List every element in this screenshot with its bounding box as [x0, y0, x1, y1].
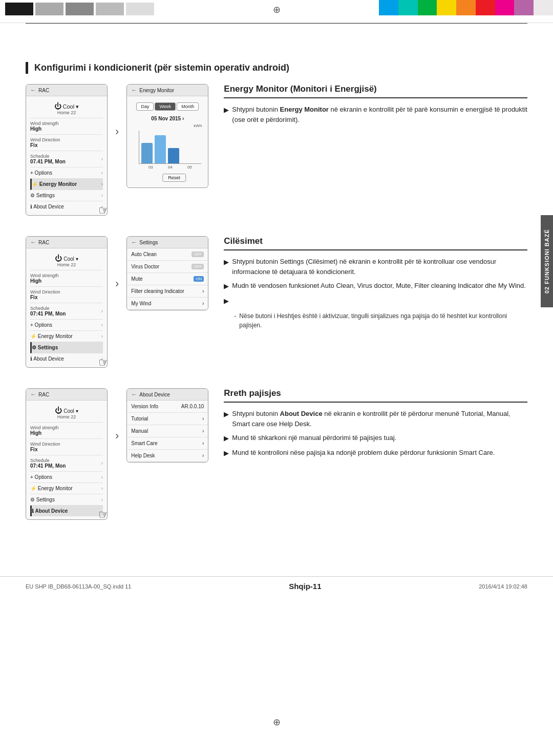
- about-header: ← About Device: [127, 389, 208, 401]
- arrow-1: ›: [113, 125, 121, 138]
- options-chevron-1: ›: [101, 170, 103, 176]
- bullet-arrow-1: ▶: [224, 105, 229, 124]
- opts-chev-3: ›: [101, 474, 103, 480]
- wind-dir-row-3: Wind Direction Fix: [30, 439, 103, 455]
- energy-bullet-text-1: Shtypni butonin Energy Monitor në ekrani…: [232, 104, 527, 124]
- settings-title: Settings: [139, 240, 158, 245]
- opts-row-3: + Options ›: [30, 472, 103, 483]
- sched-val-2: 07:41 PM, Mon: [30, 311, 66, 317]
- energy-title: Energy Monitor: [139, 88, 174, 93]
- reset-button[interactable]: Reset: [162, 174, 186, 182]
- settings-bullet-text-2: Mudn të vendosen funksionet Auto Clean, …: [232, 281, 526, 291]
- phone-rac-screen-1: ← RAC ⏻ Cool ▾ Home 22: [26, 84, 108, 216]
- sched-value-1: 07.41 PM, Mon: [30, 159, 66, 164]
- auto-clean-row: Auto Clean OFF: [127, 248, 208, 261]
- rac-label-1: RAC: [38, 88, 49, 93]
- page-footer: EU SHP IB_DB68-06113A-00_SQ.indd 11 Shqi…: [0, 576, 553, 596]
- bar-1: [141, 143, 153, 163]
- about-bullet-text-2: Mund të shkarkoni një manual përdorimi t…: [232, 433, 396, 444]
- back-arrow-3: ←: [30, 391, 36, 398]
- settings-chev-3: ›: [101, 497, 103, 502]
- energy-header: ← Energy Monitor: [127, 85, 208, 96]
- mode-row-3: ⏻ Cool ▾ Home 22: [30, 404, 103, 423]
- phone-body-1: ⏻ Cool ▾ Home 22 Wind strength High: [26, 96, 107, 215]
- bullet-arrow-s2: ▶: [224, 281, 229, 291]
- mode-row-2: ⏻ Cool ▾ Home 22: [30, 251, 103, 270]
- manual-label: Manual: [131, 428, 148, 434]
- page-number: Shqip-11: [289, 582, 321, 591]
- temp-3: Home 22: [30, 414, 103, 419]
- phone-screens-energy: ← RAC ⏻ Cool ▾ Home 22: [26, 84, 208, 216]
- settings-row-1: ⚙ Settings ›: [30, 190, 103, 201]
- wind-dir-value-1: Fix: [30, 142, 60, 148]
- footer-right: 2016/4/14 19:02:48: [479, 583, 527, 590]
- page-content: Konfigurimi i kondicionerit (për sistemi…: [0, 31, 553, 566]
- tab-month: Month: [177, 102, 199, 111]
- bullet-arrow-s1: ▶: [224, 257, 229, 277]
- right-content-about: Rreth pajisjes ▶ Shtypni butonin About D…: [219, 388, 527, 462]
- settings-bullet-2: ▶ Mudn të vendosen funksionet Auto Clean…: [224, 281, 527, 291]
- about-screen: ← About Device Version Info AR.0.0.10 Tu…: [126, 388, 208, 463]
- wind-lbl-3: Wind strength: [30, 425, 59, 430]
- main-title: Konfigurimi i kondicionerit (për sistemi…: [26, 62, 527, 74]
- smart-care-chevron: ›: [202, 440, 204, 446]
- tab-week: Week: [155, 102, 176, 111]
- energy-back: ←: [131, 87, 137, 94]
- tutorial-label: Tutorial: [131, 416, 148, 422]
- auto-clean-toggle[interactable]: OFF: [192, 251, 204, 257]
- mute-toggle[interactable]: ON: [194, 276, 204, 282]
- tutorial-row: Tutorial ›: [127, 413, 208, 425]
- sched-lbl-2: Schedule: [30, 306, 66, 311]
- filter-row: Filter cleaning Indicator ›: [127, 285, 208, 298]
- color-swatches: [379, 0, 553, 15]
- wind-strength-row-2: Wind strength High: [30, 270, 103, 287]
- gray-swatch-1: [35, 3, 63, 15]
- about-bullet-text-1: Shtypni butonin About Device në ekranin …: [232, 409, 527, 429]
- about-label-1: ℹ About Device: [30, 204, 64, 209]
- about-title: About Device: [139, 392, 169, 397]
- mode-value-3: Cool ▾: [63, 408, 78, 414]
- energy-lbl-3: ⚡ Energy Monitor: [30, 486, 73, 491]
- registration-mark-top: ⊕: [273, 4, 281, 15]
- sub-dash: -: [234, 311, 236, 330]
- virus-doctor-toggle[interactable]: OFF: [192, 264, 204, 269]
- section-energy-monitor: ← RAC ⏻ Cool ▾ Home 22: [26, 84, 527, 216]
- section-settings: ← RAC ⏻ Cool ▾ Home 22 Wind strength: [26, 236, 527, 368]
- about-lbl-2: ℹ About Device: [30, 356, 64, 362]
- settings-sub-text: Nëse butoni i Heshtjes është i aktivizua…: [239, 311, 527, 330]
- bullet-arrow-a2: ▶: [224, 433, 229, 444]
- mywind-row: My Wind ›: [127, 298, 208, 310]
- energy-chevron-1: ›: [101, 181, 103, 187]
- hand-cursor-2: ☞: [98, 355, 108, 368]
- energy-lbl-2: ⚡ Energy Monitor: [30, 333, 73, 339]
- filter-label: Filter cleaning Indicator: [131, 288, 184, 294]
- options-lbl-2: + Options: [30, 322, 52, 328]
- energy-bullet-list: ▶ Shtypni butonin Energy Monitor në ekra…: [224, 104, 527, 124]
- sched-v-3: 07:41 PM, Mon: [30, 463, 66, 469]
- power-icon-1: ⏻: [54, 102, 61, 110]
- schedule-row-2: Schedule 07:41 PM, Mon ›: [30, 303, 103, 320]
- mywind-chevron: ›: [202, 301, 204, 306]
- about-bullet-text-3: Mund të kontrolloni nëse pajisja ka ndon…: [232, 448, 495, 458]
- virus-doctor-row: Virus Doctor OFF: [127, 261, 208, 273]
- about-active-row: ℹ About Device: [30, 506, 103, 516]
- virus-doctor-label: Virus Doctor: [131, 264, 159, 269]
- bar-chart: 03 04 05: [131, 128, 204, 169]
- sched-row-3: Schedule 07:41 PM, Mon ›: [30, 455, 103, 472]
- energy-date: 05 Nov 2015 ›: [131, 114, 204, 123]
- sched-chev-2: ›: [101, 308, 103, 314]
- energy-tabs: Day Week Month: [131, 102, 204, 111]
- settings-lbl-3: ⚙ Settings: [30, 497, 55, 502]
- right-content-settings: Cilësimet ▶ Shtypni butonin Settings (Ci…: [219, 236, 527, 334]
- arrow-3: ›: [113, 429, 121, 443]
- settings-back: ←: [131, 239, 137, 246]
- bullet-arrow-a3: ▶: [224, 448, 229, 458]
- phone-rac-screen-3: ← RAC ⏻ Cool ▾ Home 22 Wind strength: [26, 388, 108, 520]
- about-rows: Version Info AR.0.0.10 Tutorial › Manual…: [127, 401, 208, 462]
- about-content-title: Rreth pajisjes: [224, 388, 527, 403]
- bullet-arrow-a1: ▶: [224, 409, 229, 429]
- about-bullet-1: ▶ Shtypni butonin About Device në ekrani…: [224, 409, 527, 429]
- settings-active-row: ⚙ Settings: [30, 342, 103, 353]
- tutorial-chevron: ›: [202, 416, 204, 422]
- wind-v-3: High: [30, 430, 59, 436]
